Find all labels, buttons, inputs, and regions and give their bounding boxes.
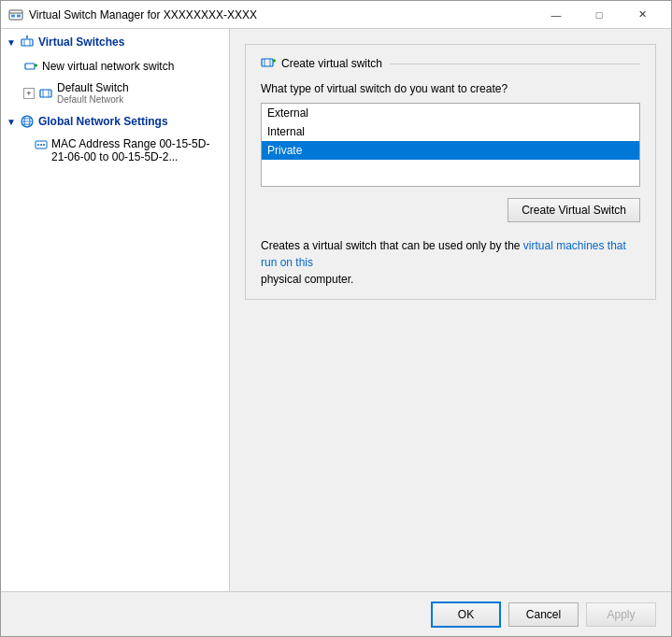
sidebar-item-default-switch[interactable]: + Default Switch Default Network — [1, 78, 229, 108]
minimize-button[interactable]: — — [535, 1, 578, 29]
title-divider — [390, 64, 640, 64]
description-text: Creates a virtual switch that can be use… — [261, 237, 640, 288]
svg-rect-4 — [21, 39, 33, 46]
description-part1: Creates a virtual switch that can be use… — [261, 239, 523, 252]
default-switch-expand[interactable]: + — [23, 88, 35, 99]
sidebar: ▼ Virtual Switches — [1, 29, 230, 591]
virtual-switches-chevron: ▼ — [7, 37, 16, 48]
apply-button[interactable]: Apply — [586, 602, 656, 627]
default-switch-icon — [38, 86, 53, 101]
list-item-internal[interactable]: Internal — [262, 122, 639, 141]
sidebar-virtual-switches-header[interactable]: ▼ Virtual Switches — [1, 29, 229, 55]
svg-rect-2 — [11, 14, 15, 17]
default-switch-info: Default Switch Default Network — [57, 81, 129, 105]
cancel-button[interactable]: Cancel — [508, 602, 579, 627]
close-button[interactable]: ✕ — [621, 1, 664, 29]
svg-point-23 — [43, 144, 45, 146]
create-switch-section: Create virtual switch What type of virtu… — [245, 44, 656, 300]
section-icon — [261, 56, 276, 71]
sidebar-global-network-header[interactable]: ▼ Global Network Settings — [1, 108, 229, 134]
svg-point-21 — [37, 144, 39, 146]
content-area: ▼ Virtual Switches — [1, 29, 671, 591]
create-virtual-switch-button[interactable]: Create Virtual Switch — [508, 198, 640, 222]
svg-point-22 — [40, 144, 42, 146]
window-controls: — □ ✕ — [535, 1, 664, 29]
list-item-private[interactable]: Private — [262, 141, 639, 160]
sidebar-item-new-virtual-network[interactable]: New virtual network switch — [1, 55, 229, 78]
mac-address-info: MAC Address Range 00-15-5D-21-06-00 to 0… — [51, 137, 223, 163]
default-switch-sublabel: Default Network — [57, 94, 129, 105]
svg-rect-3 — [17, 14, 21, 17]
default-switch-label: Default Switch — [57, 81, 129, 94]
svg-point-8 — [26, 35, 28, 37]
new-virtual-network-label: New virtual network switch — [42, 60, 174, 73]
switch-type-listbox[interactable]: External Internal Private — [261, 103, 640, 187]
svg-rect-9 — [25, 64, 35, 69]
window-title: Virtual Switch Manager for XXXXXXXX-XXXX — [29, 8, 535, 21]
description-part2: physical computer. — [261, 273, 353, 286]
create-button-row: Create Virtual Switch — [261, 198, 640, 222]
new-switch-icon — [23, 59, 38, 74]
maximize-button[interactable]: □ — [578, 1, 621, 29]
app-icon — [8, 7, 23, 22]
section-title-row: Create virtual switch — [261, 56, 640, 71]
sidebar-item-mac-address[interactable]: MAC Address Range 00-15-5D-21-06-00 to 0… — [1, 134, 229, 166]
main-window: Virtual Switch Manager for XXXXXXXX-XXXX… — [0, 0, 672, 637]
svg-rect-12 — [40, 90, 51, 97]
main-panel: Create virtual switch What type of virtu… — [230, 29, 671, 591]
global-network-chevron: ▼ — [7, 117, 16, 127]
title-bar: Virtual Switch Manager for XXXXXXXX-XXXX… — [1, 1, 671, 29]
global-network-label: Global Network Settings — [38, 115, 168, 128]
list-item-external[interactable]: External — [262, 104, 639, 122]
global-network-icon — [20, 114, 35, 129]
virtual-switches-icon — [20, 35, 35, 50]
virtual-switches-label: Virtual Switches — [38, 35, 124, 49]
mac-address-icon — [35, 138, 48, 151]
question-label: What type of virtual switch do you want … — [261, 82, 640, 95]
mac-address-label: MAC Address Range — [51, 137, 156, 150]
svg-rect-24 — [262, 59, 273, 66]
footer: OK Cancel Apply — [1, 591, 671, 636]
section-title: Create virtual switch — [281, 57, 382, 70]
ok-button[interactable]: OK — [431, 602, 501, 628]
